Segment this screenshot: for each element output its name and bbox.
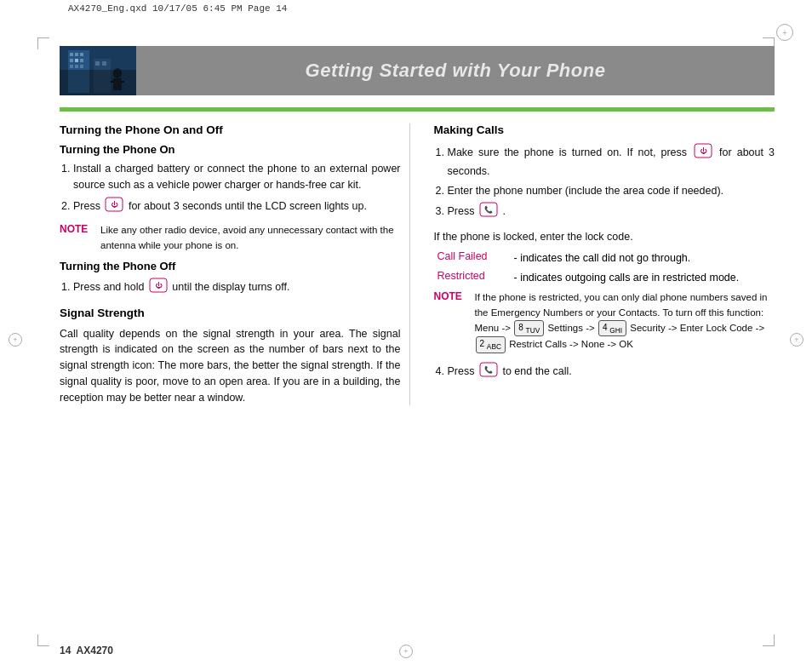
- note-block-1: NOTE Like any other radio device, avoid …: [60, 223, 401, 253]
- svg-point-14: [113, 68, 122, 78]
- svg-text:📞: 📞: [484, 365, 493, 374]
- menu-path-pre: Menu ->: [475, 323, 514, 333]
- svg-rect-6: [75, 59, 78, 62]
- power-hold-icon: ⏻: [149, 278, 168, 298]
- reg-mark-bottom: +: [399, 645, 413, 658]
- note-text-1: Like any other radio device, avoid any u…: [100, 223, 401, 253]
- power-on-icon: ⏻: [694, 143, 712, 163]
- left-column: Turning the Phone On and Off Turning the…: [60, 123, 410, 405]
- status-row-failed: Call Failed - indicates the call did not…: [437, 250, 775, 267]
- svg-rect-15: [113, 78, 122, 90]
- corner-mark-bl: [37, 634, 49, 646]
- press-hold-pre: Press and hold: [73, 281, 147, 293]
- sub-heading-phone-on: Turning the Phone On: [60, 143, 401, 156]
- step4-pre: Press: [448, 365, 477, 377]
- page-number: 14: [60, 645, 71, 656]
- step-press-hold: Press and hold ⏻ until the display turns…: [73, 278, 401, 298]
- page-title: Getting Started with Your Phone: [306, 60, 606, 82]
- corner-mark-tl: [37, 37, 49, 49]
- phone-on-steps: Install a charged battery or connect the…: [60, 161, 401, 216]
- svg-rect-13: [102, 61, 106, 66]
- making-calls-step-1: Make sure the phone is turned on. If not…: [448, 143, 775, 180]
- svg-rect-4: [80, 53, 83, 56]
- making-calls-step-3: Press 📞 .: [448, 202, 775, 222]
- call-failed-term: Call Failed: [437, 250, 514, 262]
- end-call-icon: 📞: [479, 362, 498, 382]
- sub-heading-phone-off: Turning the Phone Off: [60, 260, 401, 272]
- header-title-bar: Getting Started with Your Phone: [136, 46, 775, 95]
- step4-list: Press 📞 to end the call.: [434, 362, 775, 382]
- phone-off-steps: Press and hold ⏻ until the display turns…: [60, 278, 401, 298]
- note2-text: If the phone is restricted, you can only…: [475, 292, 768, 317]
- press-hold-post: until the display turns off.: [169, 281, 290, 293]
- step4-post: to end the call.: [500, 365, 572, 377]
- security-key: 4 GHI: [598, 320, 626, 336]
- step-1-install: Install a charged battery or connect the…: [73, 161, 401, 193]
- right-column: Making Calls Make sure the phone is turn…: [431, 123, 775, 405]
- main-content: Getting Started with Your Phone Turning …: [60, 46, 775, 639]
- svg-text:⏻: ⏻: [111, 201, 118, 209]
- restricted-term: Restricted: [437, 270, 514, 282]
- note-content-2: If the phone is restricted, you can only…: [475, 290, 775, 353]
- two-column-layout: Turning the Phone On and Off Turning the…: [60, 123, 775, 405]
- reg-mark-right: +: [790, 333, 803, 347]
- footer: 14 AX4270: [60, 645, 113, 656]
- reg-mark-left: +: [9, 333, 22, 347]
- svg-rect-12: [95, 61, 100, 66]
- power-button-icon: ⏻: [105, 197, 123, 217]
- making-calls-steps: Make sure the phone is turned on. If not…: [434, 143, 775, 222]
- reg-mark-top: +: [776, 24, 793, 41]
- step-2-press: Press ⏻ for about 3 seconds until the LC…: [73, 197, 401, 217]
- settings-key: 8 TUV: [514, 320, 544, 336]
- svg-rect-2: [70, 53, 73, 56]
- step3-pre: Press: [448, 205, 477, 217]
- call-failed-desc: - indicates the call did not go through.: [514, 250, 691, 267]
- svg-rect-8: [70, 65, 73, 68]
- note-block-2: NOTE If the phone is restricted, you can…: [434, 290, 775, 353]
- locked-note: If the phone is locked, enter the lock c…: [434, 229, 775, 245]
- menu-path-mid2: Security -> Enter Lock Code ->: [627, 323, 764, 333]
- green-divider: [60, 107, 775, 112]
- page-container: AX4270_Eng.qxd 10/17/05 6:45 PM Page 14 …: [0, 0, 812, 665]
- restrict-key: 2 ABC: [476, 336, 506, 353]
- svg-text:⏻: ⏻: [700, 147, 707, 155]
- step4-item: Press 📞 to end the call.: [448, 362, 775, 382]
- svg-text:📞: 📞: [484, 205, 493, 214]
- main-heading-left: Turning the Phone On and Off: [60, 123, 401, 136]
- signal-strength-text: Call quality depends on the signal stren…: [60, 326, 401, 406]
- signal-strength-heading: Signal Strength: [60, 307, 401, 319]
- header-image: [60, 46, 136, 95]
- menu-path-mid1: Settings ->: [545, 323, 598, 333]
- making-calls-step-2: Enter the phone number (include the area…: [448, 183, 775, 199]
- call-button-icon: 📞: [479, 202, 498, 222]
- menu-path-end: Restrict Calls -> None -> OK: [506, 339, 633, 349]
- status-row-restricted: Restricted - indicates outgoing calls ar…: [437, 270, 775, 286]
- svg-rect-1: [68, 50, 89, 93]
- svg-rect-10: [80, 65, 83, 68]
- svg-rect-5: [70, 59, 73, 62]
- restricted-desc: - indicates outgoing calls are in restri…: [514, 270, 740, 286]
- note-label-2: NOTE: [434, 290, 466, 353]
- model-name: AX4270: [77, 645, 113, 656]
- note-label-1: NOTE: [60, 223, 92, 253]
- main-heading-right: Making Calls: [434, 123, 775, 136]
- svg-rect-7: [80, 59, 83, 62]
- svg-text:⏻: ⏻: [155, 282, 163, 290]
- svg-rect-9: [75, 65, 78, 68]
- step3-post: .: [500, 205, 506, 217]
- status-table: Call Failed - indicates the call did not…: [437, 250, 775, 286]
- step-2-pre: Press: [73, 200, 103, 212]
- file-info-bar: AX4270_Eng.qxd 10/17/05 6:45 PM Page 14: [68, 3, 287, 14]
- step-2-post: for about 3 seconds until the LCD screen…: [125, 200, 367, 212]
- step-1-text: Install a charged battery or connect the…: [73, 163, 401, 191]
- step1-pre: Make sure the phone is turned on. If not…: [448, 146, 693, 158]
- header: Getting Started with Your Phone: [60, 46, 775, 95]
- svg-rect-3: [75, 53, 78, 56]
